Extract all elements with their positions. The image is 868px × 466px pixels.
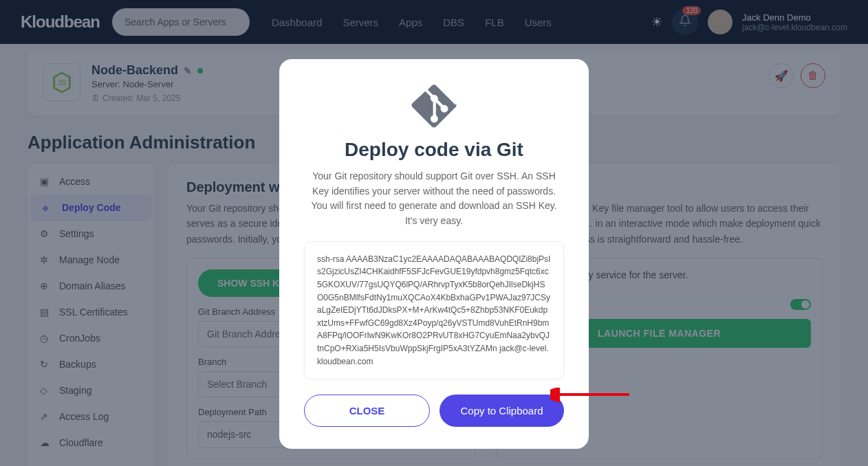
- copy-to-clipboard-button[interactable]: Copy to Clipboard: [440, 395, 564, 427]
- git-icon: [410, 81, 458, 129]
- modal-title: Deploy code via Git: [304, 139, 564, 161]
- ssh-key-box[interactable]: ssh-rsa AAAAB3NzaC1yc2EAAAADAQABAAABAQDQ…: [304, 241, 564, 379]
- modal-overlay: Deploy code via Git Your Git repository …: [0, 0, 868, 466]
- modal-buttons: CLOSE Copy to Clipboard: [304, 395, 564, 427]
- modal-desc: Your Git repository should support Git o…: [304, 169, 564, 229]
- ssh-key-modal: Deploy code via Git Your Git repository …: [279, 59, 589, 449]
- close-button[interactable]: CLOSE: [304, 395, 430, 427]
